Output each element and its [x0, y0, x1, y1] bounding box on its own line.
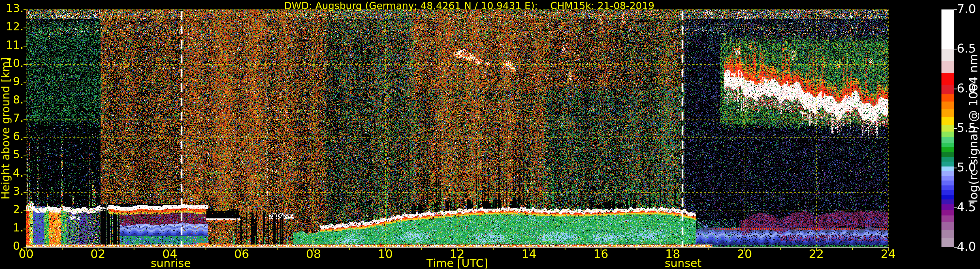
colorbar-segment [942, 132, 954, 137]
colorbar-segment [942, 167, 954, 171]
colorbar-label: log(rc-signal) @ 1064 nm [967, 54, 980, 203]
y-tick-label: 12. [0, 20, 24, 33]
colorbar-segment [942, 190, 954, 195]
colorbar-segment [942, 176, 954, 181]
colorbar-segment [942, 147, 954, 152]
colorbar-segment [942, 180, 954, 185]
y-tick-label: 6. [0, 130, 24, 143]
colorbar-segment [942, 152, 954, 157]
x-tick-label: 02 [91, 247, 105, 261]
y-tick-label: 8. [0, 93, 24, 106]
colorbar-segment [942, 85, 954, 94]
colorbar-segment [942, 238, 954, 247]
colorbar-segment [942, 215, 954, 222]
colorbar-segment [942, 199, 954, 204]
x-tick-label: 22 [809, 247, 824, 261]
y-tick-label: 1. [0, 221, 24, 234]
colorbar-segment [942, 94, 954, 102]
y-tick-label: 9. [0, 75, 24, 88]
colorbar-segment [942, 49, 954, 61]
x-tick-label: 16 [593, 247, 608, 261]
colorbar-segment [942, 204, 954, 210]
colorbar-segment [942, 195, 954, 200]
colorbar-segment [942, 109, 954, 117]
colorbar-segment [942, 230, 954, 239]
x-tick-label: 18 [665, 247, 680, 261]
x-tick-label: 04 [162, 247, 177, 261]
colorbar-segment [942, 157, 954, 162]
plot-title: DWD: Augsburg (Germany; 48.4261 N / 10.9… [284, 0, 654, 11]
colorbar-segment [942, 73, 954, 84]
heatmap-canvas [0, 0, 980, 269]
colorbar-segment [942, 10, 954, 49]
colorbar-segment [942, 125, 954, 131]
colorbar-segment [942, 185, 954, 190]
y-tick-label: 0. [0, 239, 24, 252]
colorbar-segment [942, 162, 954, 167]
x-tick-label: 24 [881, 247, 896, 261]
y-tick-label: 4. [0, 166, 24, 179]
colorbar [942, 10, 954, 247]
x-tick-label: 06 [234, 247, 249, 261]
colorbar-segment [942, 137, 954, 143]
y-tick-label: 7. [0, 111, 24, 124]
y-tick-label: 13. [0, 2, 24, 15]
colorbar-segment [942, 143, 954, 148]
colorbar-tick-label: 4.0 [957, 240, 976, 254]
colorbar-segment [942, 102, 954, 109]
colorbar-tick-label: 7.0 [957, 2, 976, 16]
x-tick-label: 12 [450, 247, 465, 261]
colorbar-segment [942, 222, 954, 229]
ceilometer-quicklook-page: DWD: Augsburg (Germany; 48.4261 N / 10.9… [0, 0, 980, 269]
y-tick-label: 10. [0, 56, 24, 70]
x-tick-label: 10 [378, 247, 393, 261]
x-tick-label: 14 [522, 247, 536, 261]
y-tick-label: 5. [0, 148, 24, 161]
colorbar-segment [942, 117, 954, 125]
y-tick-label: 3. [0, 185, 24, 197]
x-tick-label: 20 [737, 247, 752, 261]
colorbar-segment [942, 61, 954, 73]
colorbar-segment [942, 171, 954, 176]
colorbar-segment [942, 210, 954, 215]
y-tick-label: 2. [0, 203, 24, 216]
y-tick-label: 11. [0, 38, 24, 51]
colorbar-tick-label: 6.5 [957, 41, 976, 56]
x-tick-label: 08 [306, 247, 321, 261]
